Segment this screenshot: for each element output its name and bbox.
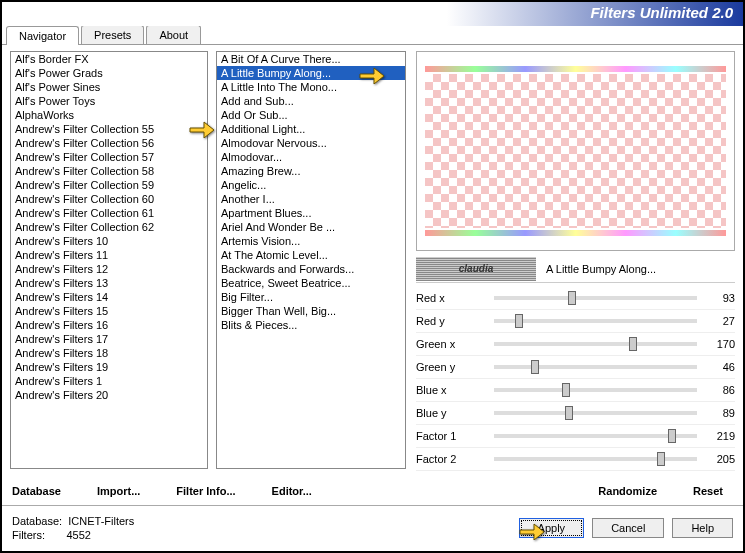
help-button[interactable]: Help: [672, 518, 733, 538]
category-item[interactable]: Andrew's Filter Collection 61: [11, 206, 207, 220]
parameter-panel: Red x93Red y27Green x170Green y46Blue x8…: [416, 287, 735, 477]
category-item[interactable]: Andrew's Filter Collection 60: [11, 192, 207, 206]
param-value: 46: [705, 361, 735, 373]
toolbar-row: Database Import... Filter Info... Editor…: [2, 477, 743, 505]
category-item[interactable]: Andrew's Filters 16: [11, 318, 207, 332]
category-item[interactable]: Andrew's Filter Collection 56: [11, 136, 207, 150]
filter-item[interactable]: Add Or Sub...: [217, 108, 405, 122]
category-item[interactable]: Andrew's Filters 10: [11, 234, 207, 248]
param-row: Red y27: [416, 310, 735, 333]
category-item[interactable]: Alf's Power Sines: [11, 80, 207, 94]
filter-item[interactable]: Beatrice, Sweet Beatrice...: [217, 276, 405, 290]
filter-item[interactable]: Another I...: [217, 192, 405, 206]
slider-thumb[interactable]: [562, 383, 570, 397]
filter-item[interactable]: Almodovar Nervous...: [217, 136, 405, 150]
param-row: Factor 1219: [416, 425, 735, 448]
db-value: ICNET-Filters: [68, 515, 134, 527]
tab-about[interactable]: About: [146, 25, 201, 44]
category-item[interactable]: Andrew's Filters 1: [11, 374, 207, 388]
filter-item[interactable]: A Bit Of A Curve There...: [217, 52, 405, 66]
cancel-button[interactable]: Cancel: [592, 518, 664, 538]
import-button[interactable]: Import...: [97, 485, 140, 497]
filter-item[interactable]: Additional Light...: [217, 122, 405, 136]
filter-item[interactable]: At The Atomic Level...: [217, 248, 405, 262]
database-button[interactable]: Database: [12, 485, 61, 497]
filter-item[interactable]: Amazing Brew...: [217, 164, 405, 178]
category-item[interactable]: Andrew's Filter Collection 62: [11, 220, 207, 234]
slider-thumb[interactable]: [629, 337, 637, 351]
status-info: Database: ICNET-Filters Filters: 4552: [12, 514, 134, 542]
category-item[interactable]: Andrew's Filters 13: [11, 276, 207, 290]
category-item[interactable]: Andrew's Filter Collection 58: [11, 164, 207, 178]
filter-name-row: claudia A Little Bumpy Along...: [416, 255, 735, 283]
param-value: 205: [705, 453, 735, 465]
filter-item[interactable]: Ariel And Wonder Be ...: [217, 220, 405, 234]
filters-label: Filters:: [12, 529, 45, 541]
slider-thumb[interactable]: [568, 291, 576, 305]
slider-thumb[interactable]: [531, 360, 539, 374]
category-item[interactable]: Andrew's Filters 18: [11, 346, 207, 360]
category-item[interactable]: Alf's Border FX: [11, 52, 207, 66]
category-list[interactable]: Alf's Border FXAlf's Power GradsAlf's Po…: [10, 51, 208, 469]
param-slider[interactable]: [494, 319, 697, 323]
filter-item[interactable]: Angelic...: [217, 178, 405, 192]
param-slider[interactable]: [494, 457, 697, 461]
tab-navigator[interactable]: Navigator: [6, 26, 79, 45]
param-value: 170: [705, 338, 735, 350]
category-item[interactable]: Andrew's Filters 19: [11, 360, 207, 374]
category-item[interactable]: Andrew's Filters 15: [11, 304, 207, 318]
param-row: Red x93: [416, 287, 735, 310]
randomize-button[interactable]: Randomize: [598, 485, 657, 497]
category-item[interactable]: Andrew's Filters 11: [11, 248, 207, 262]
footer: Database: ICNET-Filters Filters: 4552 Ap…: [2, 505, 743, 549]
category-item[interactable]: Alf's Power Toys: [11, 94, 207, 108]
slider-thumb[interactable]: [657, 452, 665, 466]
filter-item[interactable]: Apartment Blues...: [217, 206, 405, 220]
filter-info-button[interactable]: Filter Info...: [176, 485, 235, 497]
param-slider[interactable]: [494, 342, 697, 346]
filter-list[interactable]: A Bit Of A Curve There...A Little Bumpy …: [216, 51, 406, 469]
editor-button[interactable]: Editor...: [272, 485, 312, 497]
filter-item[interactable]: Bigger Than Well, Big...: [217, 304, 405, 318]
filter-item[interactable]: A Little Bumpy Along...: [217, 66, 405, 80]
filter-item[interactable]: Almodovar...: [217, 150, 405, 164]
reset-button[interactable]: Reset: [693, 485, 723, 497]
param-label: Red y: [416, 315, 486, 327]
preview-checker: [425, 74, 726, 228]
preview-border-top: [425, 66, 726, 72]
db-label: Database:: [12, 515, 62, 527]
category-item[interactable]: Andrew's Filters 20: [11, 388, 207, 402]
filter-item[interactable]: Big Filter...: [217, 290, 405, 304]
param-slider[interactable]: [494, 365, 697, 369]
category-item[interactable]: Andrew's Filter Collection 55: [11, 122, 207, 136]
param-label: Blue y: [416, 407, 486, 419]
category-item[interactable]: Andrew's Filters 17: [11, 332, 207, 346]
filter-item[interactable]: Backwards and Forwards...: [217, 262, 405, 276]
param-slider[interactable]: [494, 296, 697, 300]
category-item[interactable]: Andrew's Filters 12: [11, 262, 207, 276]
category-item[interactable]: AlphaWorks: [11, 108, 207, 122]
tab-presets[interactable]: Presets: [81, 25, 144, 44]
slider-thumb[interactable]: [515, 314, 523, 328]
param-label: Blue x: [416, 384, 486, 396]
slider-thumb[interactable]: [565, 406, 573, 420]
category-item[interactable]: Andrew's Filters 14: [11, 290, 207, 304]
param-row: Green x170: [416, 333, 735, 356]
filters-value: 4552: [66, 529, 90, 541]
param-row: Blue y89: [416, 402, 735, 425]
param-label: Red x: [416, 292, 486, 304]
filter-item[interactable]: Add and Sub...: [217, 94, 405, 108]
param-slider[interactable]: [494, 388, 697, 392]
param-row: Factor 2205: [416, 448, 735, 471]
category-item[interactable]: Alf's Power Grads: [11, 66, 207, 80]
category-item[interactable]: Andrew's Filter Collection 59: [11, 178, 207, 192]
filter-item[interactable]: Blits & Pieces...: [217, 318, 405, 332]
param-slider[interactable]: [494, 411, 697, 415]
slider-thumb[interactable]: [668, 429, 676, 443]
apply-button[interactable]: Apply: [519, 518, 585, 538]
filter-item[interactable]: A Little Into The Mono...: [217, 80, 405, 94]
param-slider[interactable]: [494, 434, 697, 438]
title-bar: Filters Unlimited 2.0: [2, 2, 743, 26]
filter-item[interactable]: Artemis Vision...: [217, 234, 405, 248]
category-item[interactable]: Andrew's Filter Collection 57: [11, 150, 207, 164]
